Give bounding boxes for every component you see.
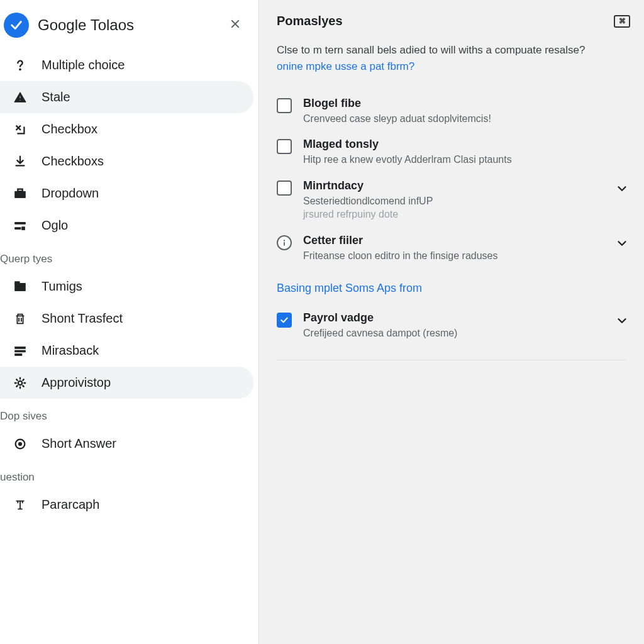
main-header: Pomaslyes ⌘ [259,0,644,35]
option-cetter-fiiler[interactable]: Cetter fiiler Friteanse cloon editro in … [277,229,631,268]
sidebar-item-paragraph[interactable]: Pararcaph [0,489,253,521]
download-icon [10,155,30,169]
checkbox-checked[interactable] [277,313,292,328]
svg-point-13 [18,380,22,384]
svg-rect-9 [15,281,19,284]
checkbox[interactable] [277,180,292,196]
option-title: Minrtndacy [303,179,613,192]
checkbox[interactable] [277,139,292,154]
sidebar-item-label: Oglo [42,218,68,233]
trash-icon [10,312,30,326]
sidebar-item-label: Pararcaph [42,497,99,512]
option-subtitle: Sesteriedtiondlcomend infUP [303,194,613,208]
option-payrol-vadge[interactable]: Payrol vadge Crefijeed cavnesa dampot (r… [277,306,631,345]
main-description-text: Clse to m tern sanall bels adied to will… [277,44,585,56]
app-logo-badge [4,13,29,38]
check-icon [279,315,289,325]
sidebar-list-d: Pararcaph [0,489,258,521]
briefcase-icon [10,187,30,201]
svg-point-15 [18,442,22,446]
svg-point-16 [284,240,285,241]
sidebar-item-tumigs[interactable]: Tumigs [0,270,253,303]
sidebar-list-a: Multiple choice Stale Checkbox Checkboxs… [0,49,258,242]
svg-rect-6 [15,227,21,229]
svg-rect-1 [19,96,21,99]
sliders-icon [10,219,30,233]
sidebar-item-mirasback[interactable]: Mirasback [0,335,253,367]
svg-rect-3 [15,191,26,197]
text-icon [10,498,30,512]
expand-button[interactable] [613,182,631,196]
keyboard-icon[interactable]: ⌘ [614,15,630,28]
sidebar-item-checkbox[interactable]: Checkbox [0,113,253,145]
sidebar-item-approivistop[interactable]: Approivistop [0,367,253,399]
option-title: Blogel fibe [303,97,631,110]
svg-rect-5 [15,222,26,224]
svg-rect-11 [15,350,26,352]
option-blogel-fibe[interactable]: Blogel fibe Crenveed case sleyp aduat sd… [277,92,631,131]
options-list-2: Payrol vadge Crefijeed cavnesa dampot (r… [259,304,644,345]
sidebar-section-head-c: Dop sives [0,399,258,428]
close-icon [230,18,241,30]
svg-rect-4 [18,189,22,191]
sidebar-item-label: Approivistop [42,375,111,390]
check-icon [9,18,23,32]
sidebar-item-label: Mirasback [42,343,99,358]
sidebar-item-label: Short Answer [42,436,116,451]
main-description: Clse to m tern sanall bels adied to will… [259,35,644,78]
options-list: Blogel fibe Crenveed case sleyp aduat sd… [259,78,644,268]
chevron-down-icon [615,314,629,328]
arrow-cross-icon [10,123,30,136]
option-title: Payrol vadge [303,311,613,325]
main-title: Pomaslyes [277,14,614,28]
option-minrtndacy[interactable]: Minrtndacy Sesteriedtiondlcomend infUP j… [277,174,631,226]
sidebar-item-dropdown[interactable]: Dropdown [0,177,253,209]
svg-rect-17 [284,242,285,246]
sidebar-item-label: Multiple choice [42,58,125,72]
warning-icon [10,91,30,104]
sidebar-item-label: Tumigs [42,279,82,294]
expand-button[interactable] [613,314,631,328]
option-subtitle: Friteanse cloon editro in the finsige ra… [303,249,613,263]
svg-rect-2 [19,99,21,101]
checkbox[interactable] [277,98,292,113]
svg-rect-7 [22,226,25,230]
option-mlaged-tonsly[interactable]: Mlaged tonsly Hitp ree a knew evotly Add… [277,133,631,172]
sidebar-item-label: Dropdown [42,186,99,201]
target-icon [10,437,30,451]
main-description-link[interactable]: onine mpke usse a pat fbrm? [277,60,414,72]
chevron-down-icon [615,236,629,250]
sidebar-item-short-answer[interactable]: Short Answer [0,428,253,460]
main-panel: Pomaslyes ⌘ Clse to m tern sanall bels a… [259,0,644,644]
svg-rect-8 [15,283,26,291]
sidebar-list-c: Short Answer [0,428,258,460]
svg-point-0 [19,68,21,70]
sidebar-item-shont-trasfect[interactable]: Shont Trasfect [0,303,253,335]
section-link[interactable]: Basing mplet Soms Aps from [259,268,644,304]
sidebar-item-checkboxs[interactable]: Checkboxs [0,145,253,177]
option-subtitle: Crefijeed cavnesa dampot (resme) [303,326,613,340]
gear-icon [10,376,30,390]
chevron-down-icon [615,182,629,196]
question-mark-icon [10,58,30,72]
sidebar: Google Tolaos Multiple choice Stale Chec… [0,0,259,644]
close-button[interactable] [223,13,247,37]
info-icon [277,235,292,250]
sidebar-section-head-b: Querp tyes [0,242,258,270]
option-subtitle: Crenveed case sleyp aduat sdoplvitemcis! [303,112,631,126]
sidebar-item-multiple-choice[interactable]: Multiple choice [0,49,253,81]
sidebar-item-oglo[interactable]: Oglo [0,209,253,242]
option-title: Cetter fiiler [303,234,613,247]
sidebar-list-b: Tumigs Shont Trasfect Mirasback Approivi… [0,270,258,399]
sidebar-item-label: Checkbox [42,122,97,136]
folder-icon [10,280,30,294]
option-subtitle-2: jrsured refrpuiny dote [303,208,613,221]
list-icon [10,344,30,358]
sidebar-header: Google Tolaos [0,0,258,49]
option-title: Mlaged tonsly [303,138,631,151]
expand-button[interactable] [613,236,631,250]
option-subtitle: Hitp ree a knew evotly Adderlram Clasi p… [303,153,631,167]
sidebar-section-head-d: uestion [0,460,258,489]
sidebar-title: Google Tolaos [38,16,223,34]
sidebar-item-stale[interactable]: Stale [0,81,253,113]
